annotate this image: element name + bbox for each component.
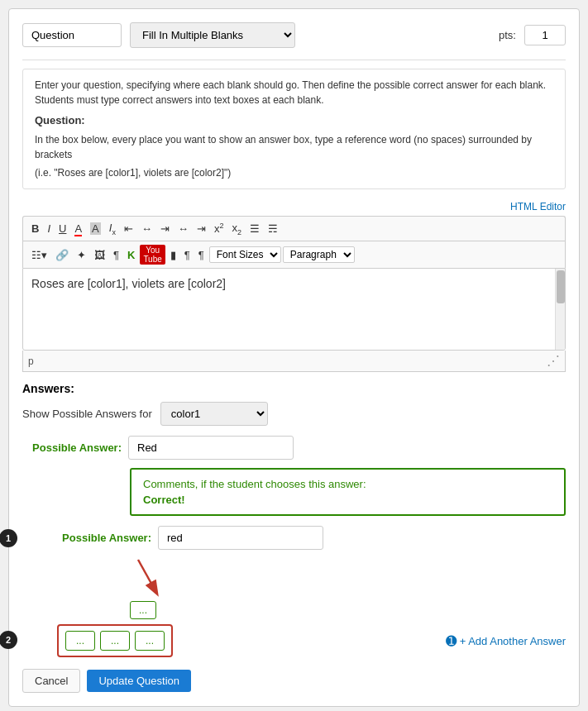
- scrollbar-thumb: [557, 270, 565, 303]
- subscript-btn[interactable]: x2: [228, 220, 245, 238]
- annotation-circle-1: 1: [0, 529, 17, 547]
- align-left-btn[interactable]: ⇤: [121, 221, 136, 236]
- add-another-icon: ➊: [446, 633, 457, 649]
- possible-answer-row-2: Possible Answer:: [52, 526, 566, 550]
- update-question-button[interactable]: Update Question: [87, 670, 191, 692]
- mini-box-3[interactable]: ...: [135, 631, 165, 651]
- footer-row: Cancel Update Question: [22, 669, 566, 693]
- svg-line-1: [138, 560, 155, 589]
- media-btn[interactable]: ▮: [167, 247, 179, 263]
- annotation-circle-2: 2: [0, 631, 17, 649]
- clear-format-btn[interactable]: Ix: [106, 220, 119, 238]
- editor-area[interactable]: Roses are [color1], violets are [color2]: [22, 268, 566, 351]
- resize-handle[interactable]: ⋰: [547, 353, 560, 369]
- possible-answer-label-1: Possible Answer:: [22, 441, 122, 454]
- add-another-label: + Add Another Answer: [460, 635, 566, 647]
- possible-answer-label-2: Possible Answer:: [52, 532, 151, 544]
- add-another-btn[interactable]: ➊ + Add Another Answer: [446, 633, 566, 649]
- header-row: Fill In Multiple Blanks pts:: [22, 22, 566, 48]
- comment-label: Comments, if the student chooses this an…: [143, 478, 552, 490]
- bold-btn[interactable]: B: [28, 221, 42, 236]
- question-type-select[interactable]: Fill In Multiple Blanks: [130, 22, 295, 48]
- arrow-area: ...: [130, 558, 566, 619]
- align-right-btn[interactable]: ⇥: [157, 221, 173, 236]
- status-bar: p ⋰: [22, 351, 566, 372]
- ordered-list-btn[interactable]: ☴: [265, 221, 281, 236]
- unordered-list-btn[interactable]: ☰: [246, 221, 263, 236]
- toolbar-row1: B I U A A Ix ⇤ ↔ ⇥ ↔ ⇥ x2 x2 ☰ ☴: [22, 216, 566, 241]
- pilcrow-btn[interactable]: ¶: [181, 247, 194, 263]
- comment-box: Comments, if the student chooses this an…: [130, 468, 566, 516]
- editor-content: Roses are [color1], violets are [color2]: [31, 277, 226, 290]
- possible-answer-input-2[interactable]: [158, 526, 323, 550]
- instruction-box: Enter your question, specifying where ea…: [22, 69, 566, 189]
- align-center-btn[interactable]: ↔: [138, 221, 155, 236]
- youtube-btn[interactable]: YouTube: [140, 245, 165, 265]
- three-boxes-wrapper: ... ... ...: [57, 624, 173, 657]
- pilcrow2-btn[interactable]: ¶: [195, 247, 208, 263]
- question-label: Question:: [35, 112, 553, 129]
- image-btn[interactable]: 🖼: [91, 247, 108, 263]
- superscript-btn[interactable]: x2: [211, 220, 227, 236]
- underline-btn[interactable]: U: [55, 221, 69, 236]
- show-answers-row: Show Possible Answers for color1 color2: [22, 402, 566, 426]
- correct-text: Correct!: [143, 494, 552, 506]
- mini-box-1[interactable]: ...: [65, 631, 95, 651]
- main-container: Fill In Multiple Blanks pts: Enter your …: [8, 8, 580, 707]
- font-size-select[interactable]: Font Sizes: [209, 246, 281, 263]
- align-justify-btn[interactable]: ↔: [174, 221, 192, 236]
- instruction-sub2: (i.e. "Roses are [color1], violets are […: [35, 165, 553, 180]
- indent-btn[interactable]: ⇥: [194, 221, 209, 236]
- divider-1: [22, 60, 566, 60]
- html-editor-link[interactable]: HTML Editor: [22, 201, 566, 212]
- pts-input[interactable]: [524, 25, 566, 45]
- highlight-btn[interactable]: A: [87, 221, 104, 236]
- editor-status: p: [28, 356, 34, 367]
- instruction-sub: In the box below, every place you want t…: [35, 132, 553, 162]
- paragraph-select[interactable]: Paragraph: [283, 246, 355, 263]
- instruction-line2: must type correct answers into text boxe…: [77, 94, 324, 106]
- paragraph-btn[interactable]: ¶: [110, 247, 122, 263]
- question-input[interactable]: [22, 23, 122, 47]
- kbd-btn[interactable]: K: [124, 247, 138, 263]
- mini-comment-btn-1[interactable]: ...: [130, 601, 156, 619]
- show-possible-label: Show Possible Answers for: [22, 408, 152, 420]
- table-btn[interactable]: ☷▾: [28, 247, 50, 263]
- toolbar-row2: ☷▾ 🔗 ✦ 🖼 ¶ K YouTube ▮ ¶ ¶ Font Sizes Pa…: [22, 241, 566, 268]
- red-arrow-svg: [130, 558, 179, 599]
- cancel-button[interactable]: Cancel: [22, 669, 80, 693]
- special-char-btn[interactable]: ✦: [74, 247, 89, 263]
- blank-select[interactable]: color1 color2: [160, 402, 268, 426]
- font-color-btn[interactable]: A: [71, 221, 85, 236]
- possible-answer-row-1: Possible Answer:: [22, 436, 566, 460]
- mini-box-2[interactable]: ...: [100, 631, 130, 651]
- editor-scrollbar[interactable]: [555, 269, 565, 350]
- italic-btn[interactable]: I: [44, 221, 54, 236]
- pts-label: pts:: [499, 29, 516, 41]
- link-btn[interactable]: 🔗: [52, 247, 72, 263]
- answers-label: Answers:: [22, 382, 566, 395]
- possible-answer-input-1[interactable]: [128, 436, 294, 460]
